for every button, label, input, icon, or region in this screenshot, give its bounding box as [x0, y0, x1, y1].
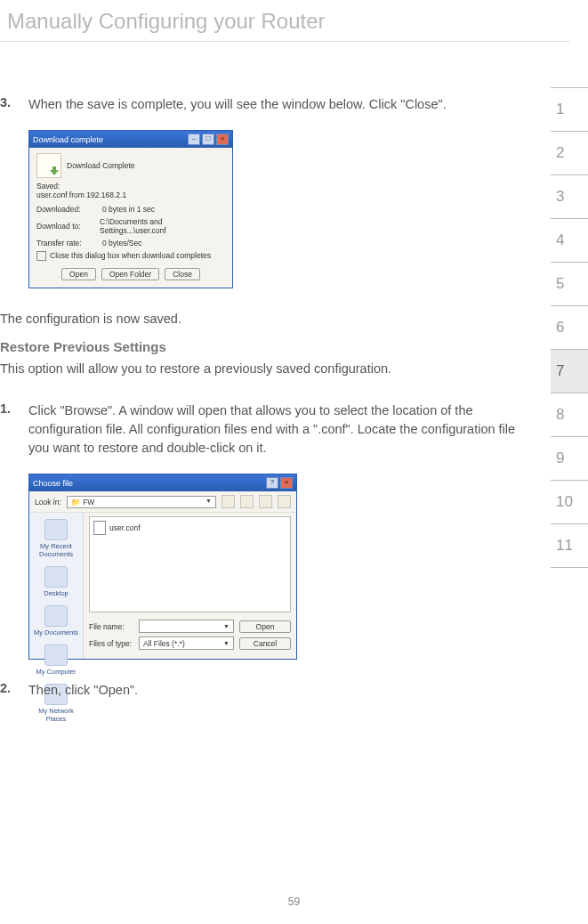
minimize-icon[interactable]: – — [188, 134, 200, 145]
dialog-title-text: Download complete — [33, 135, 103, 144]
dialog-title-text: Choose file — [33, 479, 73, 488]
download-header: Download Complete — [67, 161, 135, 170]
restore-heading: Restore Previous Settings — [0, 339, 525, 354]
restore-intro: This option will allow you to restore a … — [0, 360, 525, 378]
tab-8[interactable]: 8 — [551, 393, 588, 437]
maximize-icon[interactable]: □ — [202, 134, 214, 145]
lookin-label: Look in: — [35, 498, 61, 507]
tab-3[interactable]: 3 — [551, 174, 588, 219]
step-2-text: Then, click "Open". — [28, 681, 525, 700]
open-button[interactable]: Open — [61, 268, 96, 280]
step-3: 3. When the save is complete, you will s… — [0, 95, 525, 125]
file-name: user.conf — [109, 523, 141, 532]
side-tabs: 1 2 3 4 5 6 7 8 9 10 11 — [551, 87, 588, 567]
tab-2[interactable]: 2 — [551, 131, 588, 175]
row-value: C:\Documents and Settings...\user.conf — [100, 217, 225, 235]
place-mycomp[interactable]: My Computer — [29, 642, 83, 681]
close-button[interactable]: Close — [165, 268, 200, 280]
back-icon[interactable] — [222, 495, 235, 508]
step-3-text: When the save is complete, you will see … — [28, 95, 525, 114]
download-complete-dialog: Download complete – □ × Download Complet… — [28, 130, 525, 288]
dialog-titlebar: Download complete – □ × — [29, 131, 232, 148]
filename-label: File name: — [89, 622, 133, 631]
lookin-dropdown[interactable]: 📁 FW ▼ — [67, 496, 216, 508]
tab-6[interactable]: 6 — [551, 305, 588, 350]
step-1: 1. Click "Browse". A window will open th… — [0, 401, 525, 468]
dialog-titlebar: Choose file ? × — [29, 474, 296, 491]
place-recent[interactable]: My Recent Documents — [29, 516, 83, 563]
row-label: Download to: — [36, 222, 94, 231]
filetype-dropdown[interactable]: All Files (*.*)▼ — [139, 636, 234, 650]
place-mydocs[interactable]: My Documents — [29, 603, 83, 642]
content-area: 3. When the save is complete, you will s… — [0, 42, 552, 710]
tab-10[interactable]: 10 — [551, 480, 588, 524]
choose-file-dialog: Choose file ? × Look in: 📁 FW ▼ — [28, 474, 525, 660]
step-1-number: 1. — [0, 401, 28, 468]
open-button[interactable]: Open — [239, 620, 291, 633]
close-checkbox-label: Close this dialog box when download comp… — [50, 251, 211, 260]
cancel-button[interactable]: Cancel — [239, 637, 291, 650]
newfolder-icon[interactable] — [259, 495, 272, 508]
filename-input[interactable]: ▼ — [139, 620, 234, 633]
page-number: 59 — [0, 896, 588, 908]
saved-value: user.conf from 192.168.2.1 — [36, 190, 225, 199]
step-2-number: 2. — [0, 681, 28, 710]
close-icon[interactable]: × — [216, 134, 229, 145]
row-value: 0 bytes in 1 sec — [102, 205, 155, 214]
file-icon — [93, 521, 106, 535]
open-folder-button[interactable]: Open Folder — [101, 268, 159, 280]
close-icon[interactable]: × — [280, 477, 293, 489]
views-icon[interactable] — [278, 495, 291, 508]
tab-4[interactable]: 4 — [551, 218, 588, 263]
tab-9[interactable]: 9 — [551, 436, 588, 481]
tab-1[interactable]: 1 — [551, 87, 588, 132]
place-desktop[interactable]: Desktop — [29, 563, 83, 603]
filetype-label: Files of type: — [89, 639, 133, 648]
up-icon[interactable] — [240, 495, 254, 508]
help-icon[interactable]: ? — [266, 477, 278, 489]
tab-5[interactable]: 5 — [551, 262, 588, 306]
row-value: 0 bytes/Sec — [102, 239, 141, 247]
step-3-number: 3. — [0, 95, 28, 125]
close-checkbox[interactable] — [36, 251, 46, 261]
places-bar: My Recent Documents Desktop My Documents… — [29, 513, 84, 659]
file-item[interactable]: user.conf — [93, 521, 286, 535]
row-label: Transfer rate: — [36, 239, 97, 247]
config-saved-text: The configuration is now saved. — [0, 310, 525, 328]
tab-11[interactable]: 11 — [551, 523, 588, 568]
page-title: Manually Configuring your Router — [0, 0, 570, 42]
tab-7[interactable]: 7 — [551, 349, 588, 393]
file-list[interactable]: user.conf — [89, 516, 291, 612]
download-icon — [36, 153, 61, 178]
saved-label: Saved: — [36, 182, 225, 190]
row-label: Downloaded: — [36, 205, 97, 214]
step-1-text: Click "Browse". A window will open that … — [28, 401, 525, 458]
